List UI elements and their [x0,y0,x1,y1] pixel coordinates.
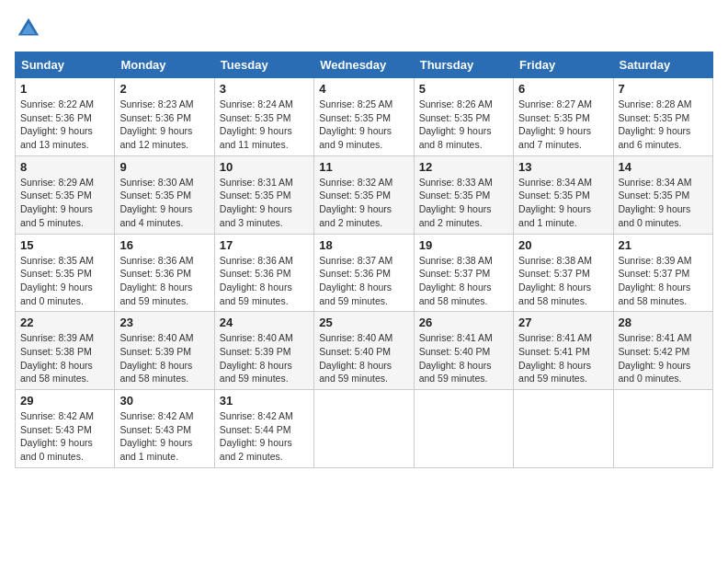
day-info: Sunrise: 8:40 AMSunset: 5:39 PMDaylight:… [220,331,309,385]
day-number: 15 [20,238,109,252]
logo [15,15,46,42]
day-info: Sunrise: 8:41 AMSunset: 5:42 PMDaylight:… [619,331,708,385]
day-number: 9 [119,160,209,174]
calendar-day-header: Saturday [613,52,712,78]
day-number: 1 [20,82,109,96]
calendar-cell: 21Sunrise: 8:39 AMSunset: 5:37 PMDayligh… [613,234,712,312]
day-info: Sunrise: 8:23 AMSunset: 5:36 PMDaylight:… [119,98,209,152]
day-number: 31 [220,394,309,408]
day-info: Sunrise: 8:36 AMSunset: 5:36 PMDaylight:… [119,254,209,308]
day-info: Sunrise: 8:37 AMSunset: 5:36 PMDaylight:… [319,254,408,308]
calendar-cell: 20Sunrise: 8:38 AMSunset: 5:37 PMDayligh… [514,234,613,312]
calendar-cell: 12Sunrise: 8:33 AMSunset: 5:35 PMDayligh… [414,155,513,234]
day-info: Sunrise: 8:31 AMSunset: 5:35 PMDaylight:… [220,176,309,230]
day-number: 17 [220,238,309,252]
day-number: 24 [220,316,309,329]
day-info: Sunrise: 8:42 AMSunset: 5:44 PMDaylight:… [220,409,309,464]
day-number: 13 [518,160,608,174]
day-number: 12 [419,160,508,174]
calendar-cell: 13Sunrise: 8:34 AMSunset: 5:35 PMDayligh… [514,155,613,234]
calendar-cell [414,390,513,468]
calendar-cell [514,390,613,468]
day-number: 25 [319,316,408,329]
day-number: 26 [419,316,508,329]
calendar-cell: 2Sunrise: 8:23 AMSunset: 5:36 PMDaylight… [115,78,214,156]
calendar-body: 1Sunrise: 8:22 AMSunset: 5:36 PMDaylight… [16,78,713,468]
calendar-cell: 22Sunrise: 8:39 AMSunset: 5:38 PMDayligh… [16,312,115,390]
logo-icon [15,15,42,42]
day-info: Sunrise: 8:33 AMSunset: 5:35 PMDaylight:… [419,176,508,230]
day-info: Sunrise: 8:36 AMSunset: 5:36 PMDaylight:… [220,254,309,308]
calendar-cell: 19Sunrise: 8:38 AMSunset: 5:37 PMDayligh… [414,234,513,312]
day-number: 23 [119,316,209,329]
calendar-week-row: 15Sunrise: 8:35 AMSunset: 5:35 PMDayligh… [16,234,713,312]
day-number: 2 [119,82,209,96]
day-info: Sunrise: 8:34 AMSunset: 5:35 PMDaylight:… [619,176,708,230]
calendar-cell: 1Sunrise: 8:22 AMSunset: 5:36 PMDaylight… [16,78,115,156]
day-info: Sunrise: 8:40 AMSunset: 5:39 PMDaylight:… [119,331,209,385]
calendar-cell: 6Sunrise: 8:27 AMSunset: 5:35 PMDaylight… [514,78,613,156]
day-info: Sunrise: 8:29 AMSunset: 5:35 PMDaylight:… [20,176,109,230]
day-number: 21 [619,238,708,252]
calendar-cell: 25Sunrise: 8:40 AMSunset: 5:40 PMDayligh… [314,312,414,390]
calendar-cell: 15Sunrise: 8:35 AMSunset: 5:35 PMDayligh… [16,234,115,312]
day-number: 14 [619,160,708,174]
calendar-day-header: Wednesday [314,52,414,78]
calendar-cell: 16Sunrise: 8:36 AMSunset: 5:36 PMDayligh… [115,234,214,312]
day-number: 30 [119,394,209,408]
calendar-day-header: Tuesday [214,52,313,78]
calendar-cell: 23Sunrise: 8:40 AMSunset: 5:39 PMDayligh… [115,312,214,390]
calendar-cell: 14Sunrise: 8:34 AMSunset: 5:35 PMDayligh… [613,155,712,234]
day-info: Sunrise: 8:41 AMSunset: 5:41 PMDaylight:… [518,331,608,385]
calendar-cell: 18Sunrise: 8:37 AMSunset: 5:36 PMDayligh… [314,234,414,312]
calendar-cell [314,390,414,468]
day-info: Sunrise: 8:39 AMSunset: 5:37 PMDaylight:… [619,254,708,308]
day-info: Sunrise: 8:28 AMSunset: 5:35 PMDaylight:… [619,98,708,152]
calendar-cell: 26Sunrise: 8:41 AMSunset: 5:40 PMDayligh… [414,312,513,390]
calendar-day-header: Sunday [16,52,115,78]
calendar-cell: 27Sunrise: 8:41 AMSunset: 5:41 PMDayligh… [514,312,613,390]
day-info: Sunrise: 8:41 AMSunset: 5:40 PMDaylight:… [419,331,508,385]
calendar-cell: 9Sunrise: 8:30 AMSunset: 5:35 PMDaylight… [115,155,214,234]
day-number: 28 [619,316,708,329]
calendar-week-row: 29Sunrise: 8:42 AMSunset: 5:43 PMDayligh… [16,390,713,468]
calendar-cell: 31Sunrise: 8:42 AMSunset: 5:44 PMDayligh… [214,390,313,468]
calendar-week-row: 22Sunrise: 8:39 AMSunset: 5:38 PMDayligh… [16,312,713,390]
day-number: 18 [319,238,408,252]
day-info: Sunrise: 8:27 AMSunset: 5:35 PMDaylight:… [518,98,608,152]
day-info: Sunrise: 8:38 AMSunset: 5:37 PMDaylight:… [518,254,608,308]
calendar-cell: 24Sunrise: 8:40 AMSunset: 5:39 PMDayligh… [214,312,313,390]
day-info: Sunrise: 8:40 AMSunset: 5:40 PMDaylight:… [319,331,408,385]
calendar-cell: 29Sunrise: 8:42 AMSunset: 5:43 PMDayligh… [16,390,115,468]
calendar-day-header: Thursday [414,52,513,78]
calendar-table: SundayMondayTuesdayWednesdayThursdayFrid… [15,52,713,468]
calendar-cell: 5Sunrise: 8:26 AMSunset: 5:35 PMDaylight… [414,78,513,156]
calendar-cell: 11Sunrise: 8:32 AMSunset: 5:35 PMDayligh… [314,155,414,234]
calendar-cell: 28Sunrise: 8:41 AMSunset: 5:42 PMDayligh… [613,312,712,390]
day-info: Sunrise: 8:24 AMSunset: 5:35 PMDaylight:… [220,98,309,152]
calendar-cell [613,390,712,468]
calendar-cell: 17Sunrise: 8:36 AMSunset: 5:36 PMDayligh… [214,234,313,312]
day-number: 6 [518,82,608,96]
day-info: Sunrise: 8:38 AMSunset: 5:37 PMDaylight:… [419,254,508,308]
day-info: Sunrise: 8:25 AMSunset: 5:35 PMDaylight:… [319,98,408,152]
calendar-cell: 4Sunrise: 8:25 AMSunset: 5:35 PMDaylight… [314,78,414,156]
calendar-week-row: 1Sunrise: 8:22 AMSunset: 5:36 PMDaylight… [16,78,713,156]
day-info: Sunrise: 8:22 AMSunset: 5:36 PMDaylight:… [20,98,109,152]
calendar-week-row: 8Sunrise: 8:29 AMSunset: 5:35 PMDaylight… [16,155,713,234]
day-info: Sunrise: 8:30 AMSunset: 5:35 PMDaylight:… [119,176,209,230]
day-info: Sunrise: 8:42 AMSunset: 5:43 PMDaylight:… [20,409,109,464]
day-number: 3 [220,82,309,96]
day-info: Sunrise: 8:39 AMSunset: 5:38 PMDaylight:… [20,331,109,385]
day-number: 7 [619,82,708,96]
calendar-cell: 10Sunrise: 8:31 AMSunset: 5:35 PMDayligh… [214,155,313,234]
day-number: 29 [20,394,109,408]
calendar-day-header: Monday [115,52,214,78]
calendar-day-header: Friday [514,52,613,78]
day-info: Sunrise: 8:32 AMSunset: 5:35 PMDaylight:… [319,176,408,230]
calendar-cell: 7Sunrise: 8:28 AMSunset: 5:35 PMDaylight… [613,78,712,156]
calendar-cell: 3Sunrise: 8:24 AMSunset: 5:35 PMDaylight… [214,78,313,156]
day-number: 22 [20,316,109,329]
day-info: Sunrise: 8:34 AMSunset: 5:35 PMDaylight:… [518,176,608,230]
day-number: 11 [319,160,408,174]
